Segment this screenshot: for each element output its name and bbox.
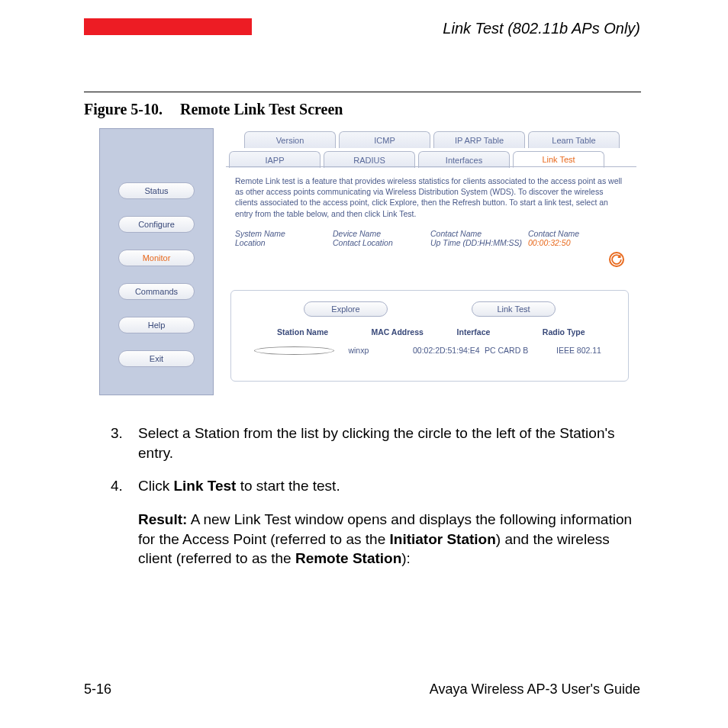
info-row: System Name Location Device Name Contact… bbox=[235, 229, 626, 247]
tab-link-test[interactable]: Link Test bbox=[513, 151, 604, 168]
td-interface: PC CARD B bbox=[485, 346, 556, 355]
header-section-title: Link Test (802.11b APs Only) bbox=[443, 20, 640, 37]
sidebar-item-commands[interactable]: Commands bbox=[118, 283, 195, 300]
td-radio-type: IEEE 802.11 bbox=[556, 346, 628, 355]
link-test-button[interactable]: Link Test bbox=[472, 301, 556, 317]
figure-title: Remote Link Test Screen bbox=[180, 101, 343, 118]
info-contact-name: Contact Name bbox=[430, 229, 528, 238]
td-station-name: winxp bbox=[348, 346, 413, 355]
tab-icmp[interactable]: ICMP bbox=[339, 131, 430, 148]
main-panel: Version ICMP IP ARP Table Learn Table IA… bbox=[214, 128, 641, 395]
step-4-text: Click Link Test to start the test. bbox=[138, 476, 645, 496]
step-3-text: Select a Station from the list by clicki… bbox=[138, 424, 645, 462]
screenshot-region: Status Configure Monitor Commands Help E… bbox=[99, 128, 641, 395]
tab-iapp[interactable]: IAPP bbox=[229, 151, 321, 168]
sidebar-item-status[interactable]: Status bbox=[118, 182, 195, 199]
tab-learn-table[interactable]: Learn Table bbox=[528, 131, 620, 148]
doc-title: Avaya Wireless AP-3 User's Guide bbox=[430, 681, 640, 697]
tab-row-bottom: IAPP RADIUS Interfaces Link Test bbox=[214, 148, 641, 168]
th-station-name: Station Name bbox=[277, 327, 371, 337]
td-mac-address: 00:02:2D:51:94:E4 bbox=[413, 346, 485, 355]
info-contact-location: Contact Location bbox=[333, 238, 430, 247]
table-header: Station Name MAC Address Interface Radio… bbox=[231, 321, 628, 340]
result-t3: ): bbox=[401, 550, 411, 566]
description-text: Remote Link test is a feature that provi… bbox=[235, 176, 626, 219]
tab-interfaces[interactable]: Interfaces bbox=[418, 151, 510, 168]
page-number: 5-16 bbox=[84, 681, 111, 697]
figure-caption: Figure 5-10. Remote Link Test Screen bbox=[84, 101, 343, 118]
result-label: Result: bbox=[138, 511, 187, 527]
station-panel: Explore Link Test Station Name MAC Addre… bbox=[230, 290, 629, 382]
info-contact-name-2: Contact Name bbox=[528, 229, 626, 238]
th-radio-type: Radio Type bbox=[543, 327, 628, 337]
sidebar-item-monitor[interactable]: Monitor bbox=[118, 250, 195, 266]
refresh-icon[interactable] bbox=[609, 252, 624, 267]
step-4-post: to start the test. bbox=[236, 478, 340, 494]
row-radio[interactable] bbox=[254, 346, 334, 355]
result-b2: Remote Station bbox=[295, 550, 401, 566]
tab-ip-arp-table[interactable]: IP ARP Table bbox=[433, 131, 525, 148]
info-location: Location bbox=[235, 238, 333, 247]
tab-version[interactable]: Version bbox=[244, 131, 336, 148]
tab-radius[interactable]: RADIUS bbox=[324, 151, 415, 168]
sidebar-item-help[interactable]: Help bbox=[118, 317, 195, 333]
tab-underline bbox=[226, 166, 636, 167]
sidebar: Status Configure Monitor Commands Help E… bbox=[99, 128, 214, 395]
tab-row-top: Version ICMP IP ARP Table Learn Table bbox=[214, 128, 641, 148]
explore-button[interactable]: Explore bbox=[304, 301, 388, 317]
th-interface: Interface bbox=[457, 327, 543, 337]
sidebar-item-configure[interactable]: Configure bbox=[118, 216, 195, 233]
header-red-bar bbox=[84, 18, 252, 35]
result-paragraph: Result: A new Link Test window opens and… bbox=[138, 510, 645, 569]
step-4-pre: Click bbox=[138, 478, 173, 494]
body-text: 3. Select a Station from the list by cli… bbox=[111, 424, 645, 569]
step-4-bold: Link Test bbox=[173, 478, 236, 494]
th-mac-address: MAC Address bbox=[371, 327, 456, 337]
figure-label: Figure 5-10. bbox=[84, 101, 163, 118]
info-system-name: System Name bbox=[235, 229, 333, 238]
info-device-name: Device Name bbox=[333, 229, 430, 238]
table-row[interactable]: winxp 00:02:2D:51:94:E4 PC CARD B IEEE 8… bbox=[231, 340, 628, 355]
footer: 5-16 Avaya Wireless AP-3 User's Guide bbox=[84, 681, 640, 697]
result-b1: Initiator Station bbox=[390, 531, 496, 547]
sidebar-item-exit[interactable]: Exit bbox=[118, 350, 195, 367]
step-4-number: 4. bbox=[111, 476, 138, 496]
horizontal-rule bbox=[84, 92, 641, 92]
info-uptime-label: Up Time (DD:HH:MM:SS) bbox=[430, 238, 528, 247]
info-uptime-value: 00:00:32:50 bbox=[528, 238, 626, 247]
step-3-number: 3. bbox=[111, 424, 138, 462]
